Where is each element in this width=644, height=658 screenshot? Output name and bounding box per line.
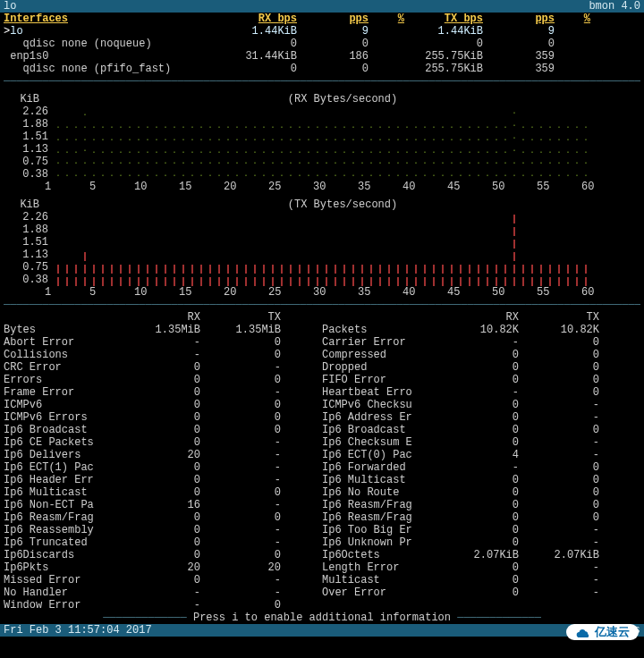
stats-row: Ip6 Reasm/Frag00	[322, 499, 640, 511]
stats-left: RXTXBytes1.35MiB1.35MiBAbort Error-0Coll…	[4, 311, 322, 612]
hint-bar: ───────────── Press i to enable addition…	[4, 612, 640, 624]
stats-row: Ip6 Delivers20-	[4, 449, 322, 461]
col-tx-pct: %	[555, 13, 590, 25]
hint-text: Press i to enable additional information	[193, 612, 451, 624]
stats-row: Ip6 Non-ECT Pa16-	[4, 499, 322, 511]
stats-row: Dropped00	[322, 361, 640, 374]
stats-row: Ip6 No Route00	[322, 486, 640, 499]
divider: ────────────────────────────────────────…	[4, 299, 640, 311]
iface-row[interactable]: qdisc none (pfifo_fast)00255.75KiB359	[4, 63, 640, 75]
stats-row: Ip6 Multicast00	[322, 474, 640, 486]
iface-row[interactable]: >lo1.44KiB91.44KiB9	[4, 25, 640, 38]
stats-row: Ip6 Checksum E0-	[322, 436, 640, 449]
col-rx-bps: RX bps	[218, 13, 297, 25]
stats-row: Ip6 Too Big Er0-	[322, 524, 640, 536]
stats-row: Abort Error-0	[4, 336, 322, 349]
stats-row: Ip6 Reassembly0-	[4, 524, 322, 536]
stats-row: Carrier Error-0	[322, 336, 640, 349]
col-rx-pct: %	[369, 13, 404, 25]
col-tx-bps: TX bps	[404, 13, 483, 25]
stats-row: Ip6 Broadcast00	[4, 424, 322, 436]
stats-right: RXTXPackets10.82K10.82KCarrier Error-0Co…	[322, 311, 640, 612]
stats-row: Collisions-0	[4, 349, 322, 361]
stats-row: Compressed00	[322, 349, 640, 361]
stats-row: Ip6 ECT(0) Pac4-	[322, 449, 640, 461]
title-left: lo	[4, 0, 16, 13]
stats-row: ICMPv6 Errors00	[4, 411, 322, 424]
stats-row: Ip6Pkts2020	[4, 561, 322, 574]
stats-row: Bytes1.35MiB1.35MiB	[4, 324, 322, 336]
col-rx-pps: pps	[297, 13, 369, 25]
stats-row: Length Error0-	[322, 561, 640, 574]
stats-row: FIFO Error00	[322, 374, 640, 386]
status-bar: Fri Feb 3 11:57:04 2017 Press	[0, 624, 644, 637]
stats-row: CRC Error0-	[4, 361, 322, 374]
stats-row: Window Error-0	[4, 599, 322, 612]
stats-row: Ip6 Truncated0-	[4, 536, 322, 549]
stats-row: Missed Error0-	[4, 574, 322, 586]
stats-row: Packets10.82K10.82K	[322, 324, 640, 336]
stats-row: No Handler--	[4, 586, 322, 599]
stats-row: Ip6 Forwarded-0	[322, 461, 640, 474]
stats-row: Ip6 ECT(1) Pac0-	[4, 461, 322, 474]
stats-row: Ip6 Broadcast00	[322, 424, 640, 436]
stats-row: Ip6Discards00	[4, 549, 322, 561]
stats-row: Multicast0-	[322, 574, 640, 586]
status-datetime: Fri Feb 3 11:57:04 2017	[4, 624, 152, 637]
graphs: KiB(RX Bytes/second)2.26.·1.88..........…	[4, 93, 640, 299]
stats-row: Ip6Octets2.07KiB2.07KiB	[322, 549, 640, 561]
col-interfaces: Interfaces	[4, 13, 218, 25]
stats-row: Errors00	[4, 374, 322, 386]
cloud-icon	[575, 626, 591, 638]
stats-row: ICMPv6 Checksu0-	[322, 399, 640, 411]
stats-row: ICMPv600	[4, 399, 322, 411]
main-screen: Interfaces RX bps pps % TX bps pps % >lo…	[0, 13, 644, 624]
stats-row: Ip6 Header Err0-	[4, 474, 322, 486]
stats-table: RXTXBytes1.35MiB1.35MiBAbort Error-0Coll…	[4, 311, 640, 612]
watermark-badge: 亿速云	[566, 624, 639, 640]
iface-list[interactable]: >lo1.44KiB91.44KiB9 qdisc none (noqueue)…	[4, 25, 640, 75]
iface-row[interactable]: qdisc none (noqueue)0000	[4, 38, 640, 50]
col-tx-pps: pps	[483, 13, 555, 25]
stats-row: Ip6 CE Packets0-	[4, 436, 322, 449]
stats-row: Ip6 Multicast00	[4, 486, 322, 499]
iface-header: Interfaces RX bps pps % TX bps pps %	[4, 13, 640, 25]
stats-row: Over Error0-	[322, 586, 640, 599]
stats-row: Frame Error0-	[4, 386, 322, 399]
stats-row: Ip6 Unknown Pr0-	[322, 536, 640, 549]
watermark-text: 亿速云	[595, 626, 630, 638]
title-right: bmon 4.0	[589, 0, 640, 13]
stats-row: Ip6 Reasm/Frag00	[322, 511, 640, 524]
divider: ────────────────────────────────────────…	[4, 75, 640, 88]
stats-row: Ip6 Address Er0-	[322, 411, 640, 424]
stats-row: Ip6 Reasm/Frag00	[4, 511, 322, 524]
iface-row[interactable]: enp1s031.44KiB186255.75KiB359	[4, 50, 640, 63]
title-bar: lo bmon 4.0	[0, 0, 644, 13]
stats-row: Heartbeat Erro-0	[322, 386, 640, 399]
